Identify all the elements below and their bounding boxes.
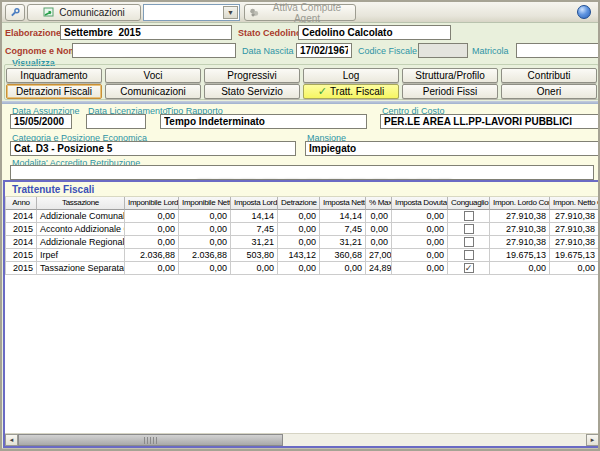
table-cell: Addizionale Regionale II (37, 236, 125, 249)
table-cell: 0,00 (320, 262, 366, 275)
table-cell: 2015 (5, 223, 37, 236)
centro-di-costo-field[interactable] (380, 114, 599, 129)
scroll-thumb[interactable] (18, 434, 283, 446)
visualizza-button-progressivi[interactable]: Progressivi (204, 68, 300, 83)
codice-fiscale-field[interactable] (418, 43, 468, 58)
scroll-right-button[interactable]: ► (586, 434, 599, 446)
conguaglio-checkbox[interactable] (464, 211, 474, 221)
visualizza-button-label: Stato Servizio (221, 85, 283, 98)
categoria-field[interactable] (10, 141, 296, 156)
conguaglio-checkbox[interactable] (464, 224, 474, 234)
elaborazione-label: Elaborazione (5, 28, 61, 38)
table-cell: 27.910,38 (550, 236, 599, 249)
matricola-field[interactable] (516, 43, 599, 58)
mansione-field[interactable] (305, 141, 599, 156)
table-cell: 2015 (5, 249, 37, 262)
toolbar-combobox[interactable]: ▼ (143, 4, 240, 21)
header-cell[interactable]: Imposta Netta (320, 197, 366, 210)
scroll-right-icon: ► (590, 437, 596, 443)
visualizza-button-label: Comunicazioni (120, 85, 186, 98)
visualizza-button-tratt-fiscali[interactable]: ✓Tratt. Fiscali (303, 84, 399, 99)
table-cell: 14,14 (320, 210, 366, 223)
table-cell: 0,00 (278, 262, 320, 275)
table-row[interactable]: 2015Irpef2.036,882.036,88503,80143,12360… (5, 249, 599, 262)
table-cell (448, 236, 490, 249)
visualizza-button-label: Inquadramento (20, 69, 87, 82)
visualizza-button-contributi[interactable]: Contributi (501, 68, 597, 83)
header-cell[interactable]: Impon. Netto Cong. (550, 197, 599, 210)
elaborazione-field[interactable] (60, 25, 232, 40)
table-cell: 0,00 (179, 236, 231, 249)
header-cell[interactable]: Imponibile Lordo (125, 197, 179, 210)
table-cell: ✓ (448, 262, 490, 275)
visualizza-button-oneri[interactable]: Oneri (501, 84, 597, 99)
visualizza-button-log[interactable]: Log (303, 68, 399, 83)
visualizza-button-voci[interactable]: Voci (105, 68, 201, 83)
tools-button[interactable] (5, 4, 25, 21)
help-globe-icon[interactable] (577, 5, 591, 19)
visualizza-button-detrazioni-fiscali[interactable]: Detrazioni Fiscali (6, 84, 102, 99)
header-cell[interactable]: Anno (5, 197, 37, 210)
table-cell: 0,00 (125, 262, 179, 275)
table-cell: 0,00 (366, 210, 392, 223)
conguaglio-checkbox[interactable] (464, 237, 474, 247)
visualizza-button-grid: InquadramentoVociProgressiviLogStruttura… (2, 68, 600, 100)
check-icon: ✓ (318, 86, 327, 97)
table-cell: Irpef (37, 249, 125, 262)
header-cell[interactable]: Tassazione (37, 197, 125, 210)
header-cell[interactable]: Impon. Lordo Cong. (490, 197, 550, 210)
trattenute-panel: Trattenute Fiscali AnnoTassazioneImponib… (3, 180, 600, 448)
table-cell: 27.910,38 (550, 223, 599, 236)
table-row[interactable]: 2015Acconto Addizionale Co0,000,007,450,… (5, 223, 599, 236)
visualizza-button-struttura-profilo[interactable]: Struttura/Profilo (402, 68, 498, 83)
comunicazioni-icon (43, 7, 55, 18)
header-cell[interactable]: Imponibile Netto (179, 197, 231, 210)
scroll-left-icon: ◄ (9, 437, 15, 443)
table-row[interactable]: 2015Tassazione Separata0,000,000,000,000… (5, 262, 599, 275)
cognome-nome-label: Cognome e Nome (5, 46, 82, 56)
table-cell: Addizionale Comunale ir (37, 210, 125, 223)
tipo-rapporto-field[interactable] (160, 114, 367, 129)
visualizza-button-periodi-fissi[interactable]: Periodi Fissi (402, 84, 498, 99)
header-cell[interactable]: Detrazione (278, 197, 320, 210)
data-assunzione-field[interactable] (10, 114, 72, 129)
data-licenziamento-field[interactable] (86, 114, 146, 129)
cognome-nome-field[interactable] (72, 43, 236, 58)
visualizza-button-label: Detrazioni Fiscali (16, 85, 92, 98)
conguaglio-checkbox[interactable]: ✓ (464, 263, 474, 273)
stato-cedolino-field[interactable] (298, 25, 451, 40)
modalita-field[interactable]: Conto Corrente Bancario/Postale - - AG.V… (10, 165, 594, 180)
table-empty-area (5, 275, 599, 433)
table-cell: 0,00 (278, 223, 320, 236)
conguaglio-checkbox[interactable] (464, 250, 474, 260)
visualizza-button-label: Periodi Fissi (423, 85, 477, 98)
comunicazioni-button[interactable]: Comunicazioni (27, 4, 141, 21)
header-cell[interactable]: % Max (366, 197, 392, 210)
table-cell: 2014 (5, 236, 37, 249)
header-cell[interactable]: Imposta Dovuta (392, 197, 448, 210)
table-cell: 0,00 (125, 210, 179, 223)
table-cell: 0,00 (179, 262, 231, 275)
header-cell[interactable]: Imposta Lorda (231, 197, 278, 210)
visualizza-button-comunicazioni[interactable]: Comunicazioni (105, 84, 201, 99)
header-cell[interactable]: Conguaglio (448, 197, 490, 210)
identity-section: Elaborazione Stato Cedolino Cognome e No… (2, 23, 600, 60)
attiva-compute-agent-button[interactable]: Attiva Compute Agent (244, 4, 356, 21)
visualizza-button-label: Tratt. Fiscali (330, 85, 384, 98)
employment-section: Data Assunzione Data Licenziamento Tipo … (2, 104, 600, 180)
table-cell: 27.910,38 (490, 223, 550, 236)
table-row[interactable]: 2014Addizionale Regionale II0,000,0031,2… (5, 236, 599, 249)
scroll-left-button[interactable]: ◄ (5, 434, 18, 446)
table-cell: 27.910,38 (550, 210, 599, 223)
visualizza-button-stato-servizio[interactable]: Stato Servizio (204, 84, 300, 99)
combobox-dropdown-button[interactable]: ▼ (223, 6, 238, 19)
visualizza-button-inquadramento[interactable]: Inquadramento (6, 68, 102, 83)
data-nascita-field[interactable] (296, 43, 352, 58)
table-row[interactable]: 2014Addizionale Comunale ir0,000,0014,14… (5, 210, 599, 223)
visualizza-button-label: Progressivi (227, 69, 276, 82)
table-cell: 0,00 (125, 236, 179, 249)
table-cell: 0,00 (550, 262, 599, 275)
table-cell: 143,12 (278, 249, 320, 262)
table-cell: 0,00 (231, 262, 278, 275)
h-scrollbar[interactable]: ◄ ► (5, 433, 599, 446)
